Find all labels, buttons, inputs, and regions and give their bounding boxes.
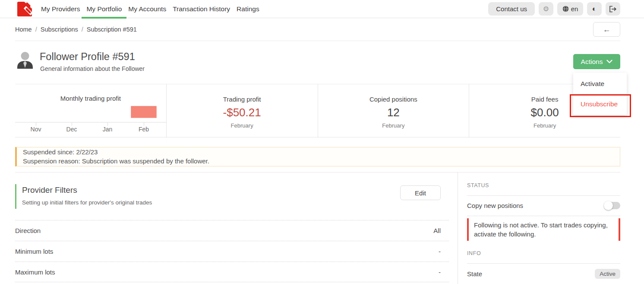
copy-new-positions-row: Copy new positions (467, 196, 620, 216)
breadcrumb-separator: / (35, 26, 37, 33)
chart-tick (107, 122, 108, 126)
chart-tick (36, 122, 36, 126)
breadcrumb: Home / Subscriptions / Subscription #591 (15, 26, 137, 33)
language-code: en (571, 5, 578, 13)
copy-new-positions-label: Copy new positions (467, 202, 523, 209)
column-divider (458, 172, 458, 284)
suspension-reason: Suspension reason: Subscription was susp… (23, 157, 614, 166)
stat-period: February (231, 122, 253, 129)
filter-row-direction: Direction All (15, 220, 449, 241)
nav-transaction-history[interactable]: Transaction History (170, 0, 233, 18)
chart-label-jan: Jan (94, 126, 121, 133)
nav-ratings[interactable]: Ratings (234, 0, 262, 18)
breadcrumb-subscriptions[interactable]: Subscriptions (41, 26, 78, 33)
status-sidebar: STATUS Copy new positions Following is n… (467, 172, 620, 284)
logout-icon (609, 6, 617, 13)
status-heading: STATUS (467, 182, 620, 188)
stat-title: Trading profit (223, 96, 261, 103)
stat-title: Copied positions (369, 96, 417, 103)
breadcrumb-home[interactable]: Home (15, 26, 32, 33)
state-row: State Active (467, 264, 620, 284)
chart-label-feb: Feb (130, 126, 158, 133)
stat-value: 12 (387, 106, 400, 119)
lower-content: Provider Filters Setting up initial filt… (15, 172, 620, 284)
chart-bar-feb (131, 106, 157, 118)
following-inactive-warning: Following is not active. To start trades… (467, 218, 620, 241)
stat-trading-profit: Trading profit -$50.21 February (167, 84, 318, 137)
actions-button-label: Actions (581, 58, 603, 66)
provider-filters-subtitle: Setting up initial filters for provider'… (22, 199, 449, 206)
provider-filters-header: Provider Filters Setting up initial filt… (15, 184, 449, 209)
menu-item-activate[interactable]: Activate (573, 73, 627, 94)
back-button[interactable]: ← (593, 22, 620, 37)
nav-my-portfolio[interactable]: My Portfolio (83, 0, 125, 18)
chart-label-nov: Nov (22, 126, 50, 133)
state-badge: Active (595, 269, 620, 279)
actions-dropdown-menu: Activate Unsubscribe (573, 73, 627, 115)
gear-icon: ⚙ (543, 6, 549, 13)
top-navbar: My Providers My Portfolio My Accounts Tr… (0, 0, 644, 18)
suspension-banner: Suspended since: 2/22/23 Suspension reas… (15, 147, 620, 166)
chart-tick (144, 122, 144, 126)
info-heading: INFO (467, 250, 620, 256)
filter-value: - (439, 268, 441, 276)
stat-period: February (382, 122, 404, 129)
stat-period: February (534, 122, 556, 129)
provider-filters-title: Provider Filters (22, 184, 449, 195)
edit-filters-button[interactable]: Edit (400, 185, 441, 200)
settings-button[interactable]: ⚙ (539, 2, 553, 16)
breadcrumb-current: Subscription #591 (87, 26, 137, 33)
brand-logo-icon[interactable] (17, 2, 32, 16)
filter-row-maximum-lots: Maximum lots - (15, 262, 449, 282)
page-root: My Providers My Portfolio My Accounts Tr… (0, 0, 644, 284)
filter-row-minimum-lots: Minimum lots - (15, 241, 449, 262)
profile-header: Follower Profile #591 General informatio… (15, 41, 620, 84)
breadcrumb-separator: / (82, 26, 83, 33)
menu-item-unsubscribe[interactable]: Unsubscribe (573, 94, 627, 114)
stat-value: $0.00 (531, 106, 559, 119)
stat-title: Paid fees (531, 96, 559, 103)
filter-label: Minimum lots (15, 248, 53, 255)
filter-value: All (433, 227, 441, 234)
monthly-trading-profit-chart: Monthly trading profit Nov Dec Jan Feb (15, 84, 167, 137)
theme-contrast-button[interactable]: ◐ (587, 2, 602, 16)
globe-icon (562, 6, 569, 12)
page-subtitle: General information about the Follower (40, 65, 145, 72)
page-title: Follower Profile #591 (40, 51, 135, 63)
nav-my-providers[interactable]: My Providers (38, 0, 83, 18)
chart-tick (72, 122, 72, 126)
actions-button[interactable]: Actions (573, 54, 620, 69)
filter-label: Maximum lots (15, 268, 55, 276)
stat-value: -$50.21 (223, 106, 261, 119)
stats-row: Monthly trading profit Nov Dec Jan Feb T… (15, 84, 620, 137)
dotted-divider (467, 216, 620, 216)
filter-rows: Direction All Minimum lots - Maximum lot… (15, 220, 449, 282)
avatar (15, 50, 35, 70)
main-navigation: My Providers My Portfolio My Accounts Tr… (38, 0, 263, 18)
nav-my-accounts[interactable]: My Accounts (125, 0, 169, 18)
suspension-since: Suspended since: 2/22/23 (23, 148, 614, 156)
chevron-down-icon (606, 60, 612, 64)
breadcrumb-row: Home / Subscriptions / Subscription #591… (15, 18, 620, 41)
navbar-actions: Contact us ⚙ en ◐ (488, 2, 620, 16)
language-button[interactable]: en (557, 2, 583, 16)
filter-value: - (439, 248, 441, 255)
chart-title: Monthly trading profit (15, 95, 166, 102)
filter-label: Direction (15, 227, 41, 234)
provider-filters-section: Provider Filters Setting up initial filt… (15, 172, 449, 282)
logout-button[interactable] (606, 2, 620, 16)
toggle-knob (604, 201, 613, 210)
stat-copied-positions: Copied positions 12 February (318, 84, 470, 137)
contrast-icon: ◐ (592, 5, 597, 13)
back-arrow-icon: ← (603, 25, 611, 34)
copy-new-positions-toggle[interactable] (605, 201, 620, 210)
contact-us-button[interactable]: Contact us (488, 2, 535, 16)
chart-label-dec: Dec (58, 126, 85, 133)
state-label: State (467, 270, 482, 278)
